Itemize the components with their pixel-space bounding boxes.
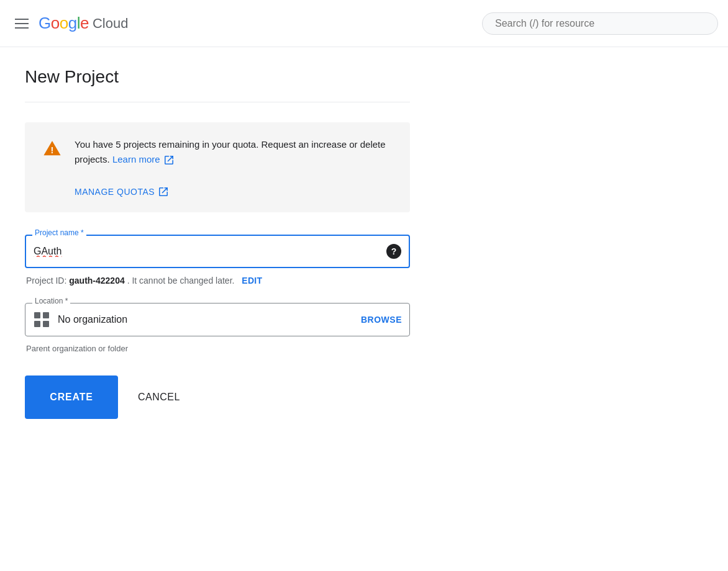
edit-project-id-link[interactable]: EDIT bbox=[242, 276, 262, 286]
menu-button[interactable] bbox=[10, 14, 34, 34]
svg-rect-5 bbox=[43, 321, 49, 327]
warning-icon: ! bbox=[42, 138, 62, 197]
organization-grid-icon bbox=[33, 311, 50, 328]
external-link-icon bbox=[165, 156, 173, 164]
warning-content: You have 5 projects remaining in your qu… bbox=[75, 137, 393, 197]
page-content: New Project ! You have 5 projects remain… bbox=[0, 47, 435, 439]
svg-rect-2 bbox=[34, 312, 40, 318]
location-label: Location * bbox=[32, 297, 70, 305]
project-name-label: Project name * bbox=[32, 228, 86, 237]
google-cloud-logo: Google Cloud bbox=[39, 14, 128, 33]
manage-quotas-external-icon bbox=[159, 187, 168, 196]
header: Google Cloud bbox=[0, 0, 728, 47]
new-project-form: Project name * ? Project ID: gauth-42220… bbox=[25, 235, 410, 419]
search-input[interactable] bbox=[495, 18, 705, 29]
manage-quotas-link[interactable]: MANAGE QUOTAS bbox=[75, 187, 168, 197]
location-hint: Parent organization or folder bbox=[25, 344, 410, 353]
learn-more-link[interactable]: Learn more bbox=[112, 154, 173, 164]
svg-text:!: ! bbox=[51, 145, 54, 155]
project-name-field: Project name * ? bbox=[25, 235, 410, 268]
search-bar[interactable] bbox=[482, 12, 718, 35]
title-divider bbox=[25, 102, 410, 102]
quota-warning-box: ! You have 5 projects remaining in your … bbox=[25, 122, 410, 212]
project-id-row: Project ID: gauth-422204 . It cannot be … bbox=[25, 276, 410, 286]
svg-rect-3 bbox=[43, 312, 49, 318]
location-input-wrapper: No organization BROWSE bbox=[25, 303, 410, 336]
location-field: Location * No organization BROWSE bbox=[25, 303, 410, 336]
create-button[interactable]: CREATE bbox=[25, 375, 118, 419]
location-value: No organization bbox=[58, 314, 361, 325]
cancel-button[interactable]: CANCEL bbox=[133, 392, 185, 403]
svg-rect-4 bbox=[34, 321, 40, 327]
page-title: New Project bbox=[25, 67, 410, 87]
project-name-input-wrapper: ? bbox=[25, 235, 410, 268]
warning-message: You have 5 projects remaining in your qu… bbox=[75, 137, 393, 167]
cloud-wordmark: Cloud bbox=[93, 16, 128, 32]
form-buttons: CREATE CANCEL bbox=[25, 375, 410, 419]
help-icon[interactable]: ? bbox=[386, 244, 401, 259]
google-wordmark: Google bbox=[39, 14, 89, 33]
project-name-input[interactable] bbox=[34, 246, 386, 257]
browse-location-link[interactable]: BROWSE bbox=[361, 315, 402, 325]
